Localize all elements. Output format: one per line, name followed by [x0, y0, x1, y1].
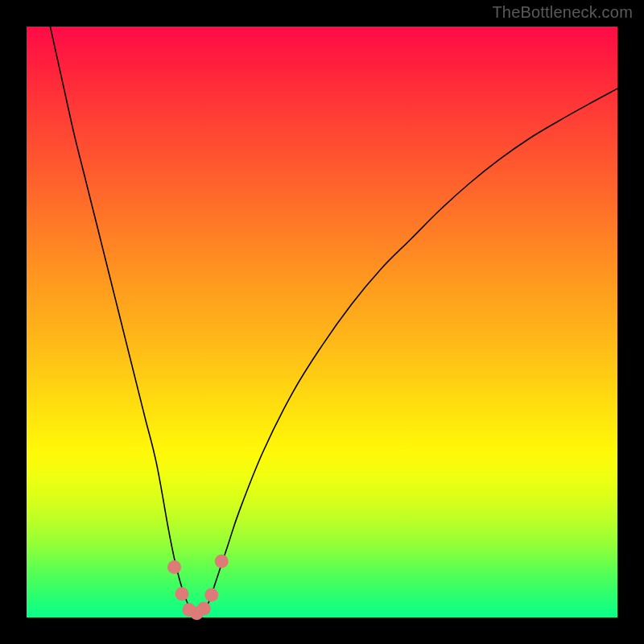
marker-dot	[197, 601, 211, 615]
watermark-text: TheBottleneck.com	[492, 3, 633, 22]
marker-dot	[167, 560, 181, 574]
curve-svg	[27, 27, 617, 617]
bottleneck-curve	[50, 27, 617, 614]
marker-dot	[215, 555, 229, 568]
marker-group	[167, 555, 229, 621]
marker-dot	[204, 588, 218, 602]
plot-area	[27, 27, 617, 617]
marker-dot	[175, 587, 189, 601]
chart-stage: TheBottleneck.com	[0, 0, 644, 644]
